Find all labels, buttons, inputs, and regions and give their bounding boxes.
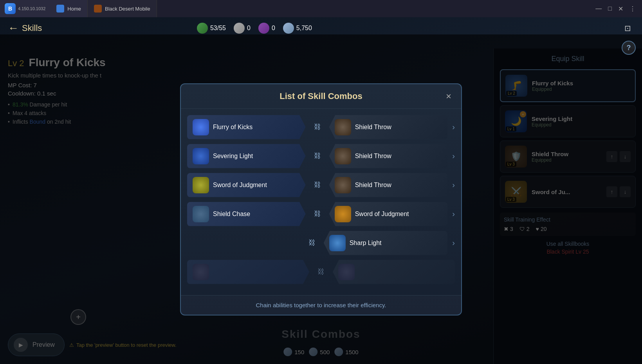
- bluestacks-icon: B: [5, 3, 16, 14]
- combo-icon-sword-judg-4: [335, 206, 351, 222]
- combo-icon-shield-3: [335, 177, 351, 193]
- combo-icon-chase-4: [193, 206, 209, 222]
- silver-resource: 5,750: [283, 23, 312, 34]
- combo-arrow-4: ›: [452, 209, 455, 218]
- combo-left-6[interactable]: [187, 260, 309, 284]
- combo-arrow-1: ›: [452, 123, 455, 132]
- chain-icon-5: ⛓: [305, 236, 319, 250]
- combo-right-name-5: Sharp Light: [350, 240, 382, 247]
- chain-icon-6: ⛓: [314, 265, 328, 279]
- skill-combos-modal: List of Skill Combos × Flurry of Kicks ⛓…: [180, 83, 462, 315]
- back-arrow-icon: ←: [8, 22, 19, 34]
- combo-icon-shield-1: [335, 119, 351, 135]
- moon-value: 0: [247, 25, 251, 32]
- combo-left-1[interactable]: Flurry of Kicks: [187, 115, 306, 139]
- modal-close-button[interactable]: ×: [442, 90, 455, 103]
- minimize-button[interactable]: —: [595, 5, 602, 12]
- combo-left-empty-5: [187, 231, 300, 255]
- bluestacks-bar: B 4.150.10.1032 Home Black Desert Mobile…: [0, 0, 642, 17]
- combo-icon-sharp-5: [329, 235, 346, 251]
- combo-arrow-5: ›: [452, 238, 455, 247]
- combo-icon-severing-2: [193, 148, 209, 164]
- silver-icon: [283, 23, 294, 34]
- game-tab-icon: [94, 5, 102, 13]
- combo-left-name-1: Flurry of Kicks: [213, 124, 252, 131]
- combo-row-4: Shield Chase ⛓ Sword of Judgment ›: [187, 202, 455, 226]
- home-tab-icon: [56, 5, 64, 13]
- combo-right-name-1: Shield Throw: [355, 124, 391, 131]
- combo-row-2: Severing Light ⛓ Shield Throw ›: [187, 144, 455, 168]
- purple-resource: 0: [258, 23, 275, 34]
- modal-overlay[interactable]: List of Skill Combos × Flurry of Kicks ⛓…: [0, 34, 642, 364]
- combo-left-3[interactable]: Sword of Judgment: [187, 173, 306, 197]
- combo-right-name-3: Shield Throw: [355, 182, 391, 189]
- combo-right-5[interactable]: Sharp Light: [324, 231, 448, 255]
- chain-icon-1: ⛓: [310, 120, 325, 134]
- chain-icon-4: ⛓: [310, 207, 325, 221]
- moon-resource: 0: [234, 23, 251, 34]
- modal-header: List of Skill Combos ×: [181, 84, 461, 109]
- hud-resources: 53/55 0 0 5,750: [197, 23, 312, 34]
- combo-right-4[interactable]: Sword of Judgment: [329, 202, 448, 226]
- modal-footer-text: Chain abilities together to increase the…: [189, 302, 453, 308]
- combo-left-name-3: Sword of Judgment: [213, 182, 267, 189]
- combo-right-2[interactable]: Shield Throw: [329, 144, 448, 168]
- combo-left-4[interactable]: Shield Chase: [187, 202, 306, 226]
- combo-icon-unknown-6: [193, 264, 209, 280]
- chain-icon-3: ⛓: [310, 178, 325, 192]
- copy-button[interactable]: ⊡: [622, 22, 634, 34]
- sidebar-toggle-button[interactable]: ⋮: [629, 5, 636, 13]
- combo-icon-unknown-right-6: [338, 264, 355, 280]
- energy-resource: 53/55: [197, 23, 226, 34]
- game-area: ← Skills 53/55 0 0 5,750 ⊡: [0, 17, 642, 364]
- combo-icon-sword-3: [193, 177, 209, 193]
- combo-left-2[interactable]: Severing Light: [187, 144, 306, 168]
- moon-icon: [234, 23, 245, 34]
- purple-value: 0: [272, 25, 275, 32]
- bluestacks-logo: B 4.150.10.1032: [0, 0, 50, 17]
- combo-right-6[interactable]: [333, 260, 455, 284]
- combo-row-6: ⛓: [187, 260, 455, 284]
- maximize-button[interactable]: □: [608, 5, 612, 12]
- combo-icon-shield-2: [335, 148, 351, 164]
- combo-row-3: Sword of Judgment ⛓ Shield Throw ›: [187, 173, 455, 197]
- combo-left-name-2: Severing Light: [213, 153, 253, 160]
- purple-icon: [258, 23, 269, 34]
- combo-row-1: Flurry of Kicks ⛓ Shield Throw ›: [187, 115, 455, 139]
- modal-footer: Chain abilities together to increase the…: [181, 295, 461, 315]
- close-button[interactable]: ✕: [618, 5, 623, 13]
- game-tab-label: Black Desert Mobile: [105, 6, 150, 12]
- combo-row-5: ⛓ Sharp Light ›: [187, 231, 455, 255]
- hud-right-controls: ⊡: [622, 22, 634, 34]
- silver-value: 5,750: [296, 25, 312, 32]
- modal-title: List of Skill Combos: [280, 91, 362, 101]
- top-hud: ← Skills 53/55 0 0 5,750 ⊡: [0, 22, 642, 34]
- combo-left-name-4: Shield Chase: [213, 211, 250, 218]
- back-button[interactable]: ← Skills: [8, 22, 42, 34]
- energy-icon: [197, 23, 208, 34]
- combo-right-1[interactable]: Shield Throw: [329, 115, 448, 139]
- game-tab[interactable]: Black Desert Mobile: [88, 0, 157, 17]
- combo-arrow-3: ›: [452, 180, 455, 189]
- page-title: Skills: [22, 23, 42, 33]
- combo-icon-flurry-1: [193, 119, 209, 135]
- combo-right-name-2: Shield Throw: [355, 153, 391, 160]
- bluestacks-version: 4.150.10.1032: [18, 6, 45, 11]
- bs-controls: — □ ✕ ⋮: [589, 5, 642, 13]
- chain-icon-2: ⛓: [310, 149, 325, 163]
- combo-right-3[interactable]: Shield Throw: [329, 173, 448, 197]
- home-tab-label: Home: [67, 6, 81, 12]
- home-tab[interactable]: Home: [50, 0, 88, 17]
- energy-value: 53/55: [210, 25, 226, 32]
- combo-right-name-4: Sword of Judgment: [355, 211, 409, 218]
- combo-arrow-2: ›: [452, 151, 455, 160]
- modal-body: Flurry of Kicks ⛓ Shield Throw › Severin…: [181, 109, 461, 295]
